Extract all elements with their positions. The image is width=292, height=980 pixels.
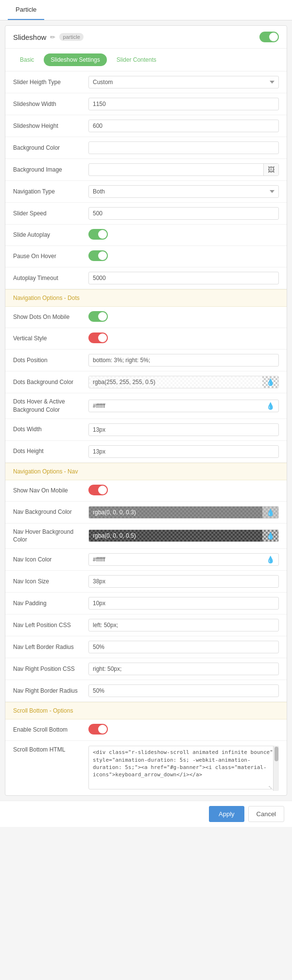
scroll-bottom-html-textarea[interactable]: <div class="r-slideshow-scroll animated … bbox=[88, 746, 279, 789]
navigation-type-select[interactable]: Both Arrows Dots None bbox=[88, 185, 279, 198]
dots-position-input[interactable] bbox=[88, 354, 279, 367]
nav-icon-color-input[interactable] bbox=[89, 554, 262, 565]
setting-nav-padding: Nav Padding bbox=[5, 593, 287, 614]
nav-bg-color-input[interactable] bbox=[89, 507, 262, 518]
dots-width-control bbox=[88, 423, 279, 436]
dots-hover-color-input[interactable] bbox=[89, 400, 262, 412]
setting-nav-icon-color: Nav Icon Color 💧 bbox=[5, 549, 287, 571]
dots-bg-color-control: 💧 bbox=[88, 376, 279, 388]
setting-nav-left-position-css: Nav Left Position CSS bbox=[5, 614, 287, 636]
nav-icon-color-dropper[interactable]: 💧 bbox=[262, 554, 278, 565]
setting-background-color: Background Color bbox=[5, 137, 287, 159]
dots-width-label: Dots Width bbox=[13, 425, 88, 434]
enable-scroll-bottom-toggle[interactable] bbox=[88, 724, 108, 735]
navigation-type-control: Both Arrows Dots None bbox=[88, 185, 279, 198]
autoplay-timeout-label: Autoplay Timeout bbox=[13, 274, 88, 282]
tab-basic[interactable]: Basic bbox=[13, 53, 41, 66]
nav-padding-input[interactable] bbox=[88, 597, 279, 610]
nav-bg-color-dropper[interactable]: 💧 bbox=[262, 507, 278, 518]
slideshow-width-control bbox=[88, 98, 279, 110]
apply-button[interactable]: Apply bbox=[209, 806, 244, 822]
dots-bg-color-wrapper: 💧 bbox=[88, 376, 279, 388]
enable-scroll-bottom-label: Enable Scroll Bottom bbox=[13, 726, 88, 734]
nav-right-border-radius-input[interactable] bbox=[88, 684, 279, 697]
show-dots-on-mobile-toggle[interactable] bbox=[88, 311, 108, 322]
setting-navigation-type: Navigation Type Both Arrows Dots None bbox=[5, 181, 287, 203]
dots-bg-color-input[interactable] bbox=[89, 376, 262, 388]
nav-hover-bg-color-wrapper: 💧 bbox=[88, 529, 279, 542]
background-color-input[interactable] bbox=[89, 142, 278, 154]
cancel-button[interactable]: Cancel bbox=[248, 806, 284, 822]
dots-bg-color-label: Dots Background Color bbox=[13, 378, 88, 386]
nav-icon-color-control: 💧 bbox=[88, 553, 279, 566]
slide-autoplay-toggle[interactable] bbox=[88, 229, 108, 240]
panel-enable-toggle[interactable] bbox=[259, 32, 279, 42]
show-dots-on-mobile-control bbox=[88, 311, 279, 323]
image-upload-button[interactable]: 🖼 bbox=[263, 164, 278, 175]
scroll-bottom-html-control: <div class="r-slideshow-scroll animated … bbox=[88, 746, 279, 791]
nav-right-position-css-input[interactable] bbox=[88, 663, 279, 675]
panel-header: Slideshow ✏ particle bbox=[5, 26, 287, 49]
settings-section: Slider Heigth Type Custom Auto Full Scre… bbox=[5, 71, 287, 795]
nav-bg-color-label: Nav Background Color bbox=[13, 508, 88, 516]
slideshow-height-input[interactable] bbox=[88, 120, 279, 132]
setting-dots-bg-color: Dots Background Color 💧 bbox=[5, 371, 287, 393]
dots-height-label: Dots Height bbox=[13, 447, 88, 455]
tab-slider-contents[interactable]: Slider Contents bbox=[110, 53, 163, 66]
image-upload-placeholder bbox=[89, 167, 263, 172]
slideshow-width-label: Slideshow Width bbox=[13, 100, 88, 108]
vertical-style-toggle[interactable] bbox=[88, 332, 108, 343]
nav-icon-size-input[interactable] bbox=[88, 575, 279, 588]
textarea-scrollbar-thumb bbox=[275, 747, 278, 761]
nav-left-position-css-label: Nav Left Position CSS bbox=[13, 621, 88, 630]
slider-height-type-label: Slider Heigth Type bbox=[13, 78, 88, 87]
nav-icon-size-control bbox=[88, 575, 279, 588]
image-upload-wrapper: 🖼 bbox=[88, 163, 279, 176]
dots-hover-color-dropper[interactable]: 💧 bbox=[262, 400, 278, 412]
slideshow-width-input[interactable] bbox=[88, 98, 279, 110]
navigation-type-label: Navigation Type bbox=[13, 188, 88, 196]
dots-width-input[interactable] bbox=[88, 423, 279, 436]
panel-title-group: Slideshow ✏ particle bbox=[13, 33, 84, 41]
nav-hover-bg-color-input[interactable] bbox=[89, 530, 262, 542]
setting-dots-height: Dots Height bbox=[5, 441, 287, 463]
resize-handle[interactable]: ⤡ bbox=[268, 785, 272, 790]
dots-height-control bbox=[88, 445, 279, 458]
edit-icon[interactable]: ✏ bbox=[50, 34, 55, 41]
dots-height-input[interactable] bbox=[88, 445, 279, 458]
setting-slide-autoplay: Slide Autoplay bbox=[5, 225, 287, 246]
particle-badge: particle bbox=[59, 33, 83, 41]
dots-bg-color-dropper[interactable]: 💧 bbox=[262, 376, 278, 388]
scroll-bottom-html-label: Scroll Bottom HTML bbox=[13, 746, 88, 754]
pause-on-hover-label: Pause On Hover bbox=[13, 252, 88, 261]
setting-pause-on-hover: Pause On Hover bbox=[5, 246, 287, 267]
nav-left-border-radius-input[interactable] bbox=[88, 641, 279, 653]
background-color-control bbox=[88, 141, 279, 154]
vertical-style-label: Vertical Style bbox=[13, 334, 88, 343]
show-nav-on-mobile-label: Show Nav On Mobile bbox=[13, 487, 88, 495]
dots-hover-color-wrapper: 💧 bbox=[88, 400, 279, 412]
dots-hover-color-label: Dots Hover & Active Background Color bbox=[13, 398, 88, 414]
slide-autoplay-control bbox=[88, 229, 279, 241]
tab-particle[interactable]: Particle bbox=[8, 0, 44, 20]
nav-hover-bg-color-dropper[interactable]: 💧 bbox=[262, 530, 278, 542]
show-dots-on-mobile-label: Show Dots On Mobile bbox=[13, 313, 88, 321]
pause-on-hover-toggle[interactable] bbox=[88, 250, 108, 261]
slider-speed-input[interactable] bbox=[88, 207, 279, 220]
slider-height-type-control: Custom Auto Full Screen bbox=[88, 76, 279, 88]
nav-bg-color-control: 💧 bbox=[88, 506, 279, 519]
slider-height-type-select[interactable]: Custom Auto Full Screen bbox=[88, 76, 279, 88]
show-nav-on-mobile-toggle[interactable] bbox=[88, 485, 108, 495]
nav-hover-bg-color-label: Nav Hover Background Color bbox=[13, 528, 88, 544]
setting-vertical-style: Vertical Style bbox=[5, 328, 287, 350]
nav-right-border-radius-control bbox=[88, 684, 279, 697]
vertical-style-control bbox=[88, 332, 279, 345]
setting-enable-scroll-bottom: Enable Scroll Bottom bbox=[5, 719, 287, 741]
nav-padding-control bbox=[88, 597, 279, 610]
nav-hover-bg-color-control: 💧 bbox=[88, 529, 279, 542]
tab-slideshow-settings[interactable]: Slideshow Settings bbox=[44, 53, 106, 66]
background-image-label: Background Image bbox=[13, 166, 88, 174]
nav-left-position-css-input[interactable] bbox=[88, 619, 279, 631]
autoplay-timeout-input[interactable] bbox=[88, 272, 279, 284]
setting-nav-left-border-radius: Nav Left Border Radius bbox=[5, 636, 287, 658]
